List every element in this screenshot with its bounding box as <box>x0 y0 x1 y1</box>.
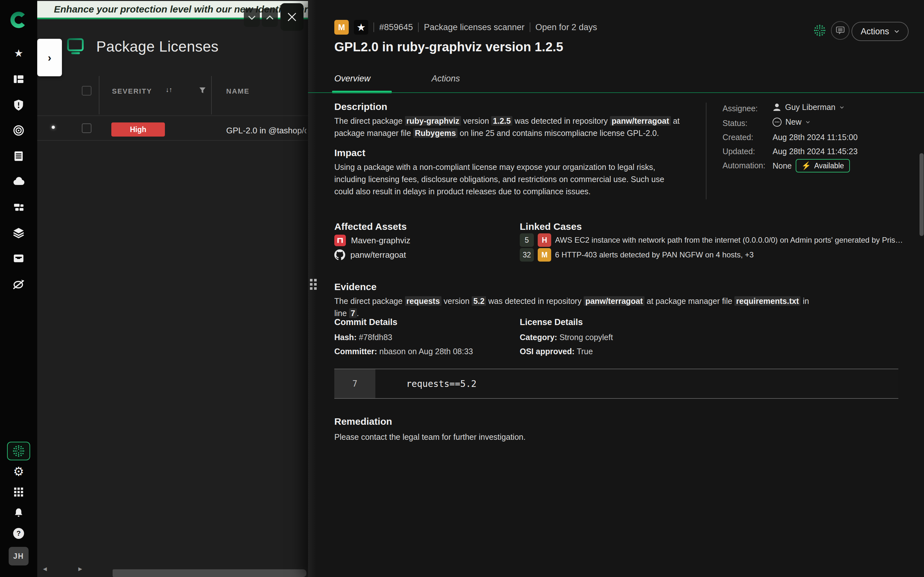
banner-prev-button[interactable] <box>244 8 260 27</box>
linked-case-item[interactable]: 32 M 6 HTTP-403 alerts detected by PAN N… <box>520 248 754 261</box>
affected-assets-heading: Affected Assets <box>334 221 407 232</box>
spiral-dots-icon <box>11 444 26 458</box>
asset-name: Maven-graphviz <box>351 235 410 245</box>
signature-nav[interactable] <box>0 278 37 290</box>
spiral-dots-icon <box>813 24 827 37</box>
evidence-heading: Evidence <box>334 282 376 292</box>
page-title: Package Licenses <box>96 38 218 55</box>
shield-alert-icon <box>13 99 24 111</box>
apps-nav[interactable] <box>0 487 37 497</box>
committer-label: Committer: <box>334 347 377 356</box>
osi-label: OSI approved: <box>520 347 575 356</box>
column-header-severity[interactable]: SEVERITY <box>112 87 152 95</box>
meta-divider <box>706 103 706 199</box>
column-divider <box>99 76 99 114</box>
clipboard-icon <box>13 151 24 161</box>
help-nav[interactable]: ? <box>0 528 37 539</box>
tab-separator-line <box>308 92 924 93</box>
evidence-text: The direct package requests version 5.2 … <box>334 295 816 319</box>
tab-actions[interactable]: Actions <box>431 74 460 84</box>
assignee-name: Guy Liberman <box>785 103 835 112</box>
assignee-label: Assignee: <box>722 104 758 113</box>
severity-badge-high[interactable]: High <box>111 122 165 137</box>
star-badge[interactable]: ★ <box>354 20 368 35</box>
layers-icon <box>13 227 24 239</box>
sidebar-item-active-module[interactable] <box>7 442 30 460</box>
automation-available-badge[interactable]: ⚡ Available <box>796 159 850 172</box>
favorites-nav[interactable]: ★ <box>0 48 37 58</box>
comment-icon <box>835 26 845 35</box>
cortex-logo[interactable] <box>0 11 37 28</box>
select-all-checkbox[interactable] <box>82 86 91 95</box>
code-snippet: 7 requests==5.2 <box>334 369 898 399</box>
license-details-heading: License Details <box>520 318 583 327</box>
column-header-name[interactable]: NAME <box>226 87 250 95</box>
layers-nav[interactable] <box>0 227 37 239</box>
case-severity-high-badge: H <box>538 234 551 247</box>
remediation-heading: Remediation <box>334 416 392 427</box>
column-divider <box>211 76 212 114</box>
row-divider <box>37 115 308 116</box>
alerts-nav[interactable] <box>0 99 37 111</box>
page-prev-icon[interactable]: ◂ <box>43 564 47 573</box>
comments-button[interactable] <box>831 21 850 40</box>
committer-value: nbason on Aug 28th 08:33 <box>379 347 473 356</box>
case-count-badge: 5 <box>520 234 534 247</box>
row-checkbox[interactable] <box>82 123 91 133</box>
case-header: M ★ #859645 Package licenses scanner Ope… <box>334 20 597 35</box>
created-label: Created: <box>722 133 753 142</box>
divider <box>418 23 419 32</box>
hash-label: Hash: <box>334 333 357 342</box>
case-severity-badge[interactable]: M <box>334 20 349 35</box>
expand-panel-button[interactable]: › <box>37 39 62 76</box>
reports-nav[interactable] <box>0 151 37 161</box>
dashboards-nav[interactable] <box>0 74 37 85</box>
horizontal-scrollbar[interactable] <box>113 569 306 577</box>
category-value: Strong copyleft <box>559 333 613 342</box>
user-avatar[interactable]: JH <box>9 547 29 566</box>
pen-icon <box>13 278 25 290</box>
status-label: Status: <box>722 119 748 128</box>
description-text: The direct package ruby-graphviz version… <box>334 115 682 139</box>
case-id: #859645 <box>379 23 413 32</box>
cloud-nav[interactable] <box>0 176 37 185</box>
divider <box>373 23 374 32</box>
settings-nav[interactable]: ⚙ <box>0 466 37 478</box>
vertical-scrollbar[interactable] <box>919 153 924 236</box>
help-icon: ? <box>13 528 24 539</box>
divider <box>530 23 530 32</box>
chevron-down-icon <box>839 106 845 109</box>
automation-available-label: Available <box>814 161 844 170</box>
cloud-icon <box>12 176 25 185</box>
linked-case-item[interactable]: 5 H AWS EC2 instance with network path f… <box>520 234 903 247</box>
asset-item[interactable]: Maven-graphviz <box>334 235 410 246</box>
notifications-nav[interactable] <box>0 508 37 517</box>
page-next-icon[interactable]: ▸ <box>78 564 82 573</box>
tab-overview[interactable]: Overview <box>334 74 371 84</box>
automation-label: Automation: <box>722 161 765 170</box>
threat-intel-nav[interactable] <box>0 125 37 136</box>
banner-next-button[interactable] <box>262 8 278 27</box>
code-line-number: 7 <box>334 369 375 398</box>
code-content: requests==5.2 <box>375 369 898 398</box>
case-severity-medium-badge: M <box>538 248 551 261</box>
panel-drag-handle[interactable] <box>310 279 317 290</box>
case-detail-panel: M ★ #859645 Package licenses scanner Ope… <box>308 0 924 577</box>
assignee-value[interactable]: Guy Liberman <box>772 103 845 112</box>
gear-icon: ⚙ <box>13 466 24 478</box>
status-value[interactable]: New <box>772 117 811 127</box>
scanner-name: Package licenses scanner <box>424 23 525 32</box>
license-osi: OSI approved: True <box>520 347 593 356</box>
filter-funnel-icon[interactable] <box>199 87 206 93</box>
sort-icon[interactable]: ↓↑ <box>166 86 172 93</box>
asset-item[interactable]: panw/terragoat <box>334 250 406 260</box>
table-row-name[interactable]: GPL-2.0 in @tashop/c <box>226 126 306 135</box>
banner-close-button[interactable] <box>280 3 304 31</box>
github-icon <box>334 250 345 260</box>
assets-nav[interactable] <box>0 202 37 213</box>
automation-indicator[interactable] <box>813 24 827 39</box>
actions-button[interactable]: Actions <box>851 22 909 41</box>
automation-none: None <box>772 161 792 171</box>
marketplace-nav[interactable] <box>0 253 37 263</box>
chevron-down-icon <box>805 121 811 124</box>
